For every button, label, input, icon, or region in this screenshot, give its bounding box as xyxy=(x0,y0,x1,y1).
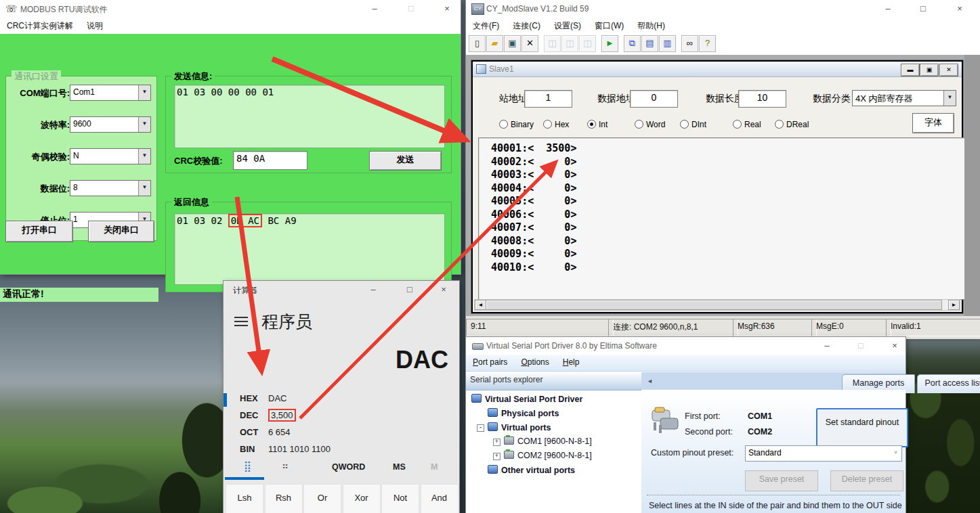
preset-combo[interactable]: Standard ˅ xyxy=(745,445,902,462)
tree-item[interactable]: +COM2 [9600-N-8-1] xyxy=(504,451,592,463)
register-row[interactable]: 40009:< 0> xyxy=(491,248,969,261)
scrollbar-thumb[interactable] xyxy=(486,300,942,310)
send-button[interactable]: 发送 xyxy=(369,151,442,171)
radio-circle[interactable] xyxy=(680,120,689,129)
register-row[interactable]: 40008:< 0> xyxy=(491,235,969,248)
connect-icon[interactable]: ► xyxy=(601,35,618,52)
expander-plus-icon[interactable]: + xyxy=(493,439,500,446)
menu-item[interactable]: Port pairs xyxy=(466,355,514,367)
radio-circle[interactable] xyxy=(733,120,742,129)
calc-mode-title[interactable]: 程序员 xyxy=(261,311,312,333)
save-preset-button[interactable]: Save preset xyxy=(745,470,818,491)
register-row[interactable]: 40006:< 0> xyxy=(491,208,969,222)
calc-button-or[interactable]: Or xyxy=(303,484,341,513)
set-standard-pinout-button[interactable]: Set standard pinout xyxy=(816,408,908,447)
calc-button-lsh[interactable]: Lsh xyxy=(226,484,263,513)
expander-minus-icon[interactable]: - xyxy=(477,424,484,432)
chevron-down-icon[interactable]: ˅ xyxy=(890,446,901,461)
menu-item[interactable]: Help xyxy=(556,355,587,367)
open-folder-icon[interactable]: ▰ xyxy=(486,35,503,52)
new-file-icon[interactable]: ▯ xyxy=(469,35,486,52)
hamburger-menu-icon[interactable] xyxy=(234,317,248,326)
crc-value-input[interactable]: 84 0A xyxy=(233,151,307,170)
full-keypad-icon[interactable]: ⣿ xyxy=(244,460,251,472)
horizontal-scrollbar[interactable]: ◄ ► xyxy=(474,299,960,311)
menu-item[interactable]: 帮助(H) xyxy=(631,18,672,32)
cascade-windows-icon[interactable]: ⧉ xyxy=(624,35,641,52)
register-row[interactable]: 40001:< 3500> xyxy=(491,142,969,156)
port-setting-combo[interactable]: N▼ xyxy=(70,148,151,164)
mdi-minimize-button[interactable]: ▬ xyxy=(901,64,920,76)
calc-button-not[interactable]: Not xyxy=(381,484,419,513)
word-size-button[interactable]: QWORD xyxy=(332,462,365,472)
scroll-right-icon[interactable]: ► xyxy=(948,300,960,310)
tree-item[interactable]: +COM1 [9600-N-8-1] xyxy=(504,437,592,449)
calc-button-rsh[interactable]: Rsh xyxy=(265,484,303,513)
radio-circle[interactable] xyxy=(775,120,784,129)
slave-field-input[interactable]: 10 xyxy=(738,90,786,108)
delete-preset-button[interactable]: Delete preset xyxy=(830,470,903,491)
base-row-hex[interactable]: HEXDAC xyxy=(240,393,286,408)
maximize-button[interactable]: □ xyxy=(400,283,420,296)
minimize-button[interactable]: – xyxy=(363,283,383,296)
category-combo[interactable]: 4X 内部寄存器 ▼ xyxy=(852,90,956,106)
close-serial-button[interactable]: 关闭串口 xyxy=(88,221,154,242)
memory-dropdown-button[interactable]: M xyxy=(431,462,438,472)
port-setting-combo[interactable]: Com1▼ xyxy=(70,85,151,101)
tab-scroll-chevron-icon[interactable]: ◄ xyxy=(647,378,653,384)
calc-button-and[interactable]: And xyxy=(421,484,459,513)
recv-data-textarea[interactable]: 01 03 02 0D AC BC A9 xyxy=(174,213,445,285)
chevron-down-icon[interactable]: ▼ xyxy=(138,117,150,132)
find-icon[interactable]: ∞ xyxy=(681,35,698,52)
menu-item[interactable]: 窗口(W) xyxy=(588,18,631,32)
register-list[interactable]: 40001:< 3500>40002:< 0>40003:< 0>40004:<… xyxy=(478,137,970,300)
open-serial-button[interactable]: 打开串口 xyxy=(5,221,73,242)
menu-item[interactable]: 文件(F) xyxy=(466,18,506,32)
radio-dreal[interactable]: DReal xyxy=(775,120,809,129)
close-button[interactable]: × xyxy=(885,339,905,353)
maximize-button[interactable]: □ xyxy=(401,2,421,16)
tile-vertical-icon[interactable]: ▥ xyxy=(659,35,676,52)
port-setting-combo[interactable]: 8▼ xyxy=(70,180,151,196)
slave-field-input[interactable]: 1 xyxy=(524,90,572,108)
radio-circle[interactable] xyxy=(543,120,552,129)
register-row[interactable]: 40003:< 0> xyxy=(491,169,969,182)
menu-item[interactable]: 连接(C) xyxy=(506,18,547,32)
font-button[interactable]: 字体 xyxy=(912,113,954,133)
calc-button-xor[interactable]: Xor xyxy=(343,484,381,513)
radio-word[interactable]: Word xyxy=(635,120,665,129)
radio-int[interactable]: Int xyxy=(587,120,608,129)
register-row[interactable]: 40004:< 0> xyxy=(491,182,969,196)
radio-hex[interactable]: Hex xyxy=(543,120,569,129)
tab-port-access-list[interactable]: Port access list xyxy=(917,374,980,393)
bit-keypad-icon[interactable]: ⠶ xyxy=(282,460,289,471)
minimize-button[interactable]: – xyxy=(878,2,898,16)
minimize-button[interactable]: – xyxy=(817,339,837,353)
menu-item[interactable]: 设置(S) xyxy=(547,18,588,32)
menu-item[interactable]: CRC计算实例讲解 xyxy=(0,18,80,32)
base-row-bin[interactable]: BIN1101 1010 1100 xyxy=(240,444,331,459)
register-row[interactable]: 40005:< 0> xyxy=(491,195,969,208)
expander-plus-icon[interactable]: + xyxy=(493,453,500,460)
port-setting-combo[interactable]: 9600▼ xyxy=(70,116,151,133)
register-row[interactable]: 40007:< 0> xyxy=(491,221,969,235)
register-row[interactable]: 40010:< 0> xyxy=(491,261,969,275)
menu-item[interactable]: Options xyxy=(514,355,555,367)
close-button[interactable]: × xyxy=(433,283,454,296)
tile-horizontal-icon[interactable]: ▤ xyxy=(641,35,658,52)
chevron-down-icon[interactable]: ▼ xyxy=(138,85,150,100)
tree-item[interactable]: Virtual Serial Port Driver xyxy=(471,394,582,406)
mdi-close-button[interactable]: ✕ xyxy=(939,64,958,76)
radio-dint[interactable]: DInt xyxy=(680,120,706,129)
radio-circle[interactable] xyxy=(635,120,643,129)
close-button[interactable]: × xyxy=(437,2,457,16)
radio-binary[interactable]: Binary xyxy=(499,120,534,129)
send-data-textarea[interactable]: 01 03 00 00 00 01 xyxy=(174,85,445,148)
radio-circle[interactable] xyxy=(587,120,596,129)
tree-item[interactable]: Physical ports xyxy=(488,408,559,420)
slave-field-input[interactable]: 0 xyxy=(630,90,678,108)
base-row-dec[interactable]: DEC3,500 xyxy=(240,410,296,425)
chevron-down-icon[interactable]: ▼ xyxy=(138,149,150,164)
minimize-button[interactable]: – xyxy=(364,2,385,16)
chevron-down-icon[interactable]: ▼ xyxy=(138,181,150,196)
